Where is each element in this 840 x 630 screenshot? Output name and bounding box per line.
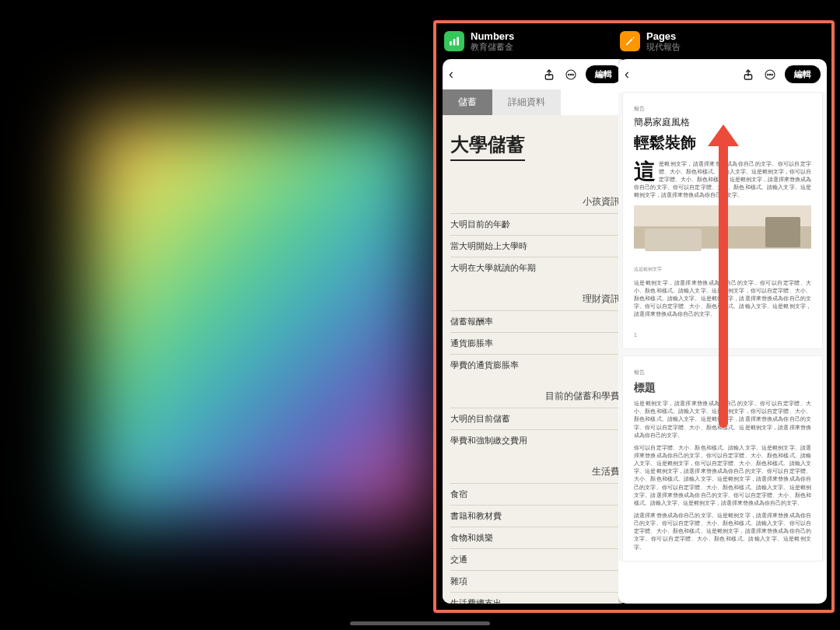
- numbers-app-icon: [444, 31, 464, 51]
- home-indicator[interactable]: [350, 621, 490, 625]
- body-text: 這是範例文字，請選擇來替換成為你自己的文字。你可以自定字體、大小、顏色和樣式。請…: [634, 279, 811, 319]
- tab-savings[interactable]: 儲蓄: [443, 89, 492, 115]
- doc-title: 輕鬆裝飾: [634, 131, 811, 154]
- svg-point-7: [572, 74, 573, 75]
- table-row[interactable]: 通貨膨脹率: [450, 332, 620, 354]
- table-row[interactable]: 雜項: [450, 570, 620, 592]
- page-1[interactable]: 報告 簡易家庭風格 輕鬆裝飾 這 是範例文字，請選擇來替換成為你自己的文字。你可…: [623, 93, 822, 348]
- background-wallpaper: [86, 117, 428, 521]
- table-row[interactable]: 學費和強制繳交費用: [450, 429, 620, 451]
- page-corner-label: 報告: [634, 369, 811, 376]
- body-text: 這是範例文字，請選擇來替換成為你自己的文字。你可以自定字體、大小、顏色和樣式。請…: [634, 400, 811, 439]
- svg-point-5: [569, 74, 569, 75]
- svg-point-12: [772, 74, 772, 75]
- svg-rect-1: [453, 39, 456, 45]
- table-row[interactable]: 當大明開始上大學時: [450, 235, 620, 257]
- share-icon[interactable]: [542, 68, 556, 82]
- doc-name: 教育儲蓄金: [471, 42, 514, 51]
- lead-paragraph: 是範例文字，請選擇來替換成為你自己的文字。你可以自定字體、大小、顏色和樣式。請輸…: [634, 161, 811, 198]
- section-heading: 小孩資訊: [450, 195, 620, 208]
- section-heading: 理財資訊: [450, 292, 620, 306]
- share-icon[interactable]: [741, 68, 755, 82]
- sheet-title: 大學儲蓄: [450, 132, 525, 161]
- more-icon[interactable]: [564, 68, 578, 82]
- pages-document[interactable]: ‹ 編輯 報告 簡易家庭風格 輕鬆裝飾: [618, 59, 827, 604]
- image-caption: 這是範例文字: [634, 266, 811, 273]
- pages-body[interactable]: 報告 簡易家庭風格 輕鬆裝飾 這 是範例文字，請選擇來替換成為你自己的文字。你可…: [618, 93, 827, 561]
- svg-point-11: [769, 74, 770, 75]
- sheet-tabs: 儲蓄 詳細資料: [443, 89, 628, 115]
- app-name: Pages: [646, 31, 681, 42]
- back-icon[interactable]: ‹: [625, 66, 629, 82]
- table-row[interactable]: 生活費總支出: [450, 592, 620, 604]
- table-row[interactable]: 學費的通貨膨脹率: [450, 354, 620, 376]
- app-name: Numbers: [471, 31, 514, 42]
- table-row[interactable]: 食物和娛樂: [450, 527, 620, 548]
- hero-image: [634, 205, 811, 261]
- table-row[interactable]: 大明目前的年齡: [450, 213, 620, 235]
- section-heading: 目前的儲蓄和學費: [450, 390, 620, 403]
- numbers-document[interactable]: ‹ 編輯 儲蓄 詳細資料 大學儲蓄 小孩資訊: [443, 59, 628, 604]
- more-icon[interactable]: [763, 68, 777, 82]
- app-switcher-card-numbers[interactable]: Numbers 教育儲蓄金 ‹ 編輯: [443, 28, 628, 604]
- body-text: 請選擇來替換成為你自己的文字。這是範例文字，請選擇來替換成為你自己的文字。你可以…: [634, 512, 811, 551]
- edit-button[interactable]: 編輯: [586, 65, 621, 83]
- body-text: 這 是範例文字，請選擇來替換成為你自己的文字。你可以自定字體、大小、顏色和樣式。…: [634, 160, 811, 200]
- app-switcher-card-pages[interactable]: Pages 現代報告 ‹ 編輯: [618, 28, 827, 604]
- app-header: Pages 現代報告: [618, 28, 827, 59]
- table-row[interactable]: 大明的目前儲蓄: [450, 408, 620, 429]
- sheet-body[interactable]: 大學儲蓄 小孩資訊 大明目前的年齡 當大明開始上大學時 大明在大學就讀的年期 理…: [443, 115, 628, 604]
- svg-point-6: [570, 74, 571, 75]
- page-number: 1: [634, 331, 811, 339]
- pages-app-icon: [620, 31, 640, 51]
- page-corner-label: 報告: [634, 105, 811, 113]
- svg-point-10: [768, 74, 768, 75]
- table-row[interactable]: 儲蓄報酬率: [450, 310, 620, 332]
- doc-name: 現代報告: [646, 42, 681, 51]
- back-icon[interactable]: ‹: [449, 66, 453, 82]
- toolbar: ‹ 編輯: [618, 59, 827, 89]
- edit-button[interactable]: 編輯: [785, 65, 821, 83]
- table-row[interactable]: 食宿: [450, 483, 620, 505]
- annotation-highlight-box: Numbers 教育儲蓄金 ‹ 編輯: [433, 20, 835, 613]
- body-text: 你可以自定字體、大小、顏色和樣式。請輸入文字。這是範例文字。請選擇來替換成為你自…: [634, 444, 811, 507]
- dropcap: 這: [634, 162, 656, 181]
- table-row[interactable]: 大明在大學就讀的年期: [450, 257, 620, 278]
- app-header: Numbers 教育儲蓄金: [443, 28, 628, 59]
- doc-subtitle: 簡易家庭風格: [634, 116, 811, 129]
- section-heading: 生活費: [450, 465, 620, 478]
- svg-rect-2: [457, 37, 459, 46]
- section-heading: 標題: [634, 380, 811, 395]
- table-row[interactable]: 書籍和教材費: [450, 505, 620, 527]
- page-2[interactable]: 報告 標題 這是範例文字，請選擇來替換成為你自己的文字。你可以自定字體、大小、顏…: [623, 356, 822, 561]
- table-row[interactable]: 交通: [450, 548, 620, 570]
- svg-rect-0: [450, 41, 452, 45]
- tab-details[interactable]: 詳細資料: [492, 89, 561, 115]
- toolbar: ‹ 編輯: [443, 59, 628, 89]
